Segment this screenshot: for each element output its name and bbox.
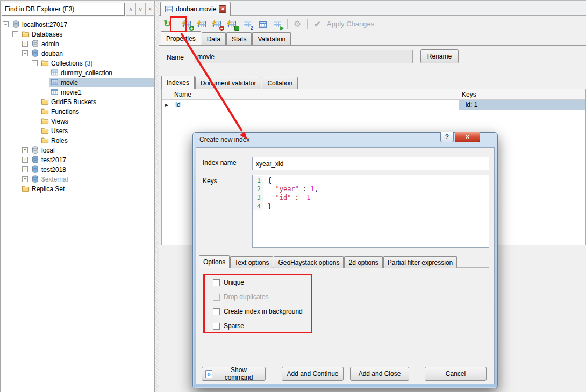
dialog-tab-options[interactable]: Options [199, 255, 230, 268]
box-badge-icon [234, 26, 239, 31]
db-gray-icon [31, 146, 39, 154]
tree-item-douban[interactable]: − douban [1, 48, 154, 58]
checkbox-unique[interactable]: Unique [213, 278, 244, 287]
dialog-close-button[interactable]: × [455, 132, 480, 142]
index-icon: _id_ [173, 99, 183, 110]
folder-icon [41, 136, 49, 144]
properties-subtabs: IndexesDocument validatorCollation [161, 76, 298, 89]
checkbox-drop-duplicates[interactable]: Drop duplicates [213, 293, 268, 301]
checkbox-box-icon[interactable] [213, 308, 220, 315]
line-number: 1 [253, 176, 263, 185]
subtab-collation[interactable]: Collation [262, 77, 298, 89]
find-close-button[interactable]: × [145, 3, 155, 16]
expander-icon[interactable]: + [22, 176, 28, 182]
editor-line: 3 "id" : -1 [253, 193, 489, 202]
expander-icon[interactable]: + [22, 147, 28, 153]
folder-icon [22, 185, 30, 192]
dialog-tab-partial-filter-expression[interactable]: Partial filter expression [383, 256, 457, 268]
keys-column-header[interactable]: Keys [459, 89, 585, 99]
find-next-button[interactable]: ∨ [135, 3, 145, 16]
tree-item-functions[interactable]: Functions [1, 106, 154, 116]
tree-item-replica-set[interactable]: Replica Set [1, 184, 154, 193]
dialog-tab-text-options[interactable]: Text options [230, 256, 273, 268]
find-prev-button[interactable]: ∧ [126, 3, 135, 16]
settings-gear-icon[interactable]: ⚙ [292, 19, 303, 30]
refresh-icon[interactable]: ↻ [162, 19, 173, 30]
table-row[interactable]: ▶ _id_ _id: 1 [162, 100, 585, 110]
tree-item-test2017[interactable]: + test2017 [1, 155, 154, 164]
tab-properties[interactable]: Properties [161, 31, 201, 45]
collection-icon [51, 88, 59, 96]
find-input[interactable] [2, 3, 125, 16]
checkbox-label: Sparse [224, 322, 244, 330]
duplicate-index-icon[interactable] [257, 19, 268, 30]
tab-validation[interactable]: Validation [252, 32, 291, 45]
checkbox-box-icon[interactable] [213, 279, 220, 286]
collection-icon [165, 5, 173, 13]
tree-item-gridfs-buckets[interactable]: GridFS Buckets [1, 97, 154, 106]
tree-item-movie[interactable]: movie [1, 77, 154, 87]
name-column-header[interactable]: Name [171, 89, 459, 99]
tab-close-icon[interactable]: × [219, 5, 226, 13]
index-name-field[interactable] [252, 157, 489, 170]
rebuild-index-icon[interactable] [227, 19, 238, 30]
show-command-button[interactable]: {} Show command [202, 367, 266, 381]
checkbox-create-index-in-background[interactable]: Create index in background [213, 307, 303, 316]
tree-item-local[interactable]: + local [1, 145, 154, 155]
edit-index-icon[interactable] [197, 19, 208, 30]
db-blue-icon [31, 49, 39, 57]
tree-item-localhost-27017[interactable]: − localhost:27017 [1, 19, 154, 29]
tree-item-views[interactable]: Views [1, 116, 154, 126]
index-name-label: Index name [203, 159, 237, 166]
create-index-icon[interactable]: + [182, 19, 192, 30]
cancel-button[interactable]: Cancel [425, 367, 487, 381]
tree-item-users[interactable]: Users [1, 126, 154, 135]
drop-index-icon[interactable]: − [212, 19, 223, 30]
tree-item-movie1[interactable]: movie1 [1, 87, 154, 97]
expander-icon[interactable]: + [22, 41, 28, 47]
rename-button[interactable]: Rename [420, 49, 459, 63]
view-indexes-icon[interactable]: 2 [242, 19, 253, 30]
checkbox-box-icon[interactable] [213, 323, 220, 330]
tab-data[interactable]: Data [202, 32, 226, 45]
toolbar-separator [307, 19, 308, 29]
dialog-help-button[interactable]: ? [440, 132, 454, 142]
dialog-tab-geohaystack-options[interactable]: GeoHaystack options [274, 256, 344, 268]
db-explorer-panel: ∧ ∨ × − localhost:27017 − Databases + ad… [0, 1, 155, 392]
tree-item-test2018[interactable]: + test2018 [1, 164, 154, 174]
tree-item-collections[interactable]: − Collections (3) [1, 58, 154, 68]
tree-item-roles[interactable]: Roles [1, 135, 154, 145]
export-icon[interactable]: ▶ [272, 19, 283, 30]
subtab-indexes[interactable]: Indexes [161, 76, 195, 89]
expander-icon[interactable]: − [22, 50, 28, 56]
expander-icon[interactable]: − [3, 21, 9, 27]
tree-item-label: Functions [51, 107, 79, 115]
tree-item-dummy-collection[interactable]: dummy_collection [1, 68, 154, 77]
checkbox-label: Drop duplicates [224, 293, 268, 301]
expander-icon[interactable]: + [22, 166, 28, 172]
expander-icon[interactable]: − [12, 31, 18, 37]
folder-icon [22, 30, 30, 38]
add-and-close-button[interactable]: Add and Close [350, 367, 409, 381]
tree-item-admin[interactable]: + admin [1, 39, 154, 48]
keys-json-editor[interactable]: 1 { 2 "year" : 1, 3 "id" : -1 4 } [252, 175, 489, 248]
checkbox-sparse[interactable]: Sparse [213, 322, 244, 330]
checkbox-box-icon[interactable] [213, 294, 220, 301]
add-and-continue-button[interactable]: Add and Continue [282, 367, 344, 381]
subtab-document-validator[interactable]: Document validator [195, 77, 261, 89]
apply-changes-label[interactable]: Apply Changes [327, 20, 374, 28]
expander-icon[interactable]: − [32, 60, 38, 66]
collection-name-field[interactable] [194, 50, 413, 63]
tree-item-databases[interactable]: − Databases [1, 29, 154, 39]
doc-tab-douban-movie[interactable]: douban.movie × [160, 2, 231, 16]
row-arrow-icon: ▶ [162, 103, 171, 107]
arrow-badge-icon: ▶ [280, 26, 284, 31]
db-explorer-tree: − localhost:27017 − Databases + admin − … [1, 18, 154, 391]
panel-splitter[interactable] [155, 1, 159, 392]
db-gray-icon [31, 40, 39, 47]
tab-stats[interactable]: Stats [226, 32, 252, 45]
tree-item-label: local [41, 146, 55, 154]
tree-item--external[interactable]: + $external [1, 174, 154, 184]
expander-icon[interactable]: + [22, 157, 28, 163]
dialog-tab-2d-options[interactable]: 2d options [344, 256, 382, 268]
